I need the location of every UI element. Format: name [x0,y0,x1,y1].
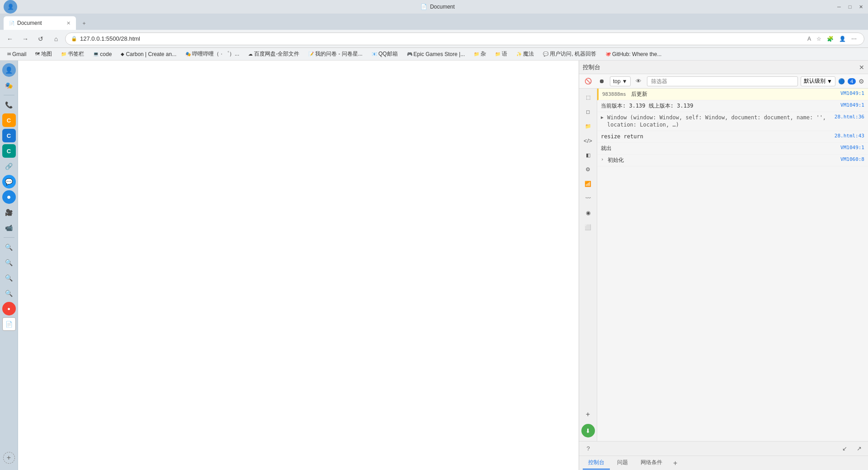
sidebar-avatar[interactable]: 👤 [2,63,16,77]
sidebar-ext-orange-c[interactable]: C [2,113,16,127]
browser-avatar[interactable]: 👤 [4,0,17,14]
bookmark-star-icon[interactable]: ☆ [815,35,823,43]
level-dropdown[interactable]: 默认级别 ▼ [801,76,835,86]
dt-sidebar-btn-7[interactable]: 📶 [581,177,595,191]
bookmark-magic[interactable]: ✨ 魔法 [513,49,538,59]
tab-close-button[interactable]: ✕ [66,20,71,26]
console-link-5[interactable]: VM1049:1 [840,145,864,150]
dt-tab-console[interactable]: 控制台 [583,457,610,470]
console-link-4[interactable]: 28.html:43 [835,133,864,139]
devtools-undock-button[interactable]: ↙ [839,443,850,454]
dt-sidebar-btn-1[interactable]: ⬚ [581,90,595,104]
dt-sidebar-add[interactable]: + [581,408,595,421]
bookmark-label: 百度网盘-全部文件 [254,50,299,58]
dt-sidebar-btn-5[interactable]: ◧ [581,148,595,162]
sidebar-ext-blue-c[interactable]: C [2,129,16,142]
sidebar-ext-search1[interactable]: 🔍 [2,240,16,254]
bookmark-yu[interactable]: 📁 语 [491,49,511,59]
console-link-3[interactable]: 28.html:36 [835,114,864,120]
sidebar-ext-chat[interactable]: 💬 [2,175,16,188]
sidebar-add-button[interactable]: + [3,452,15,464]
dt-sidebar-btn-4[interactable]: </> [581,134,595,147]
sidebar-ext-search2[interactable]: 🔍 [2,256,16,269]
bookmark-baidu[interactable]: ☁ 百度网盘-全部文件 [245,49,303,59]
bookmark-wenjuan[interactable]: 📝 我的问卷 - 问卷星... [305,49,366,59]
console-message-4: resize return [601,133,831,141]
bookmark-label: 我的问卷 - 问卷星... [315,50,363,58]
reload-button[interactable]: ↺ [34,33,47,45]
eye-icon-button[interactable]: 👁 [633,76,644,87]
bookmark-folder[interactable]: 📁 书签栏 [57,49,88,59]
bookmark-github[interactable]: 🐙 GitHub: Where the... [602,50,665,58]
sidebar-ext-teal-c[interactable]: C [2,144,16,158]
console-link-1[interactable]: VM1049:1 [840,90,864,96]
new-tab-button[interactable]: + [78,17,90,30]
devtools-title: 控制台 [583,63,600,71]
dt-sidebar-btn-8[interactable]: 〰 [581,192,595,205]
translate-icon[interactable]: A [806,35,813,43]
dt-sidebar-btn-6[interactable]: ⚙ [581,163,595,176]
maximize-button[interactable]: □ [846,3,854,10]
sidebar-ext-video2[interactable]: 📹 [2,221,16,235]
devtools-expand-button[interactable]: ↗ [854,443,864,454]
bookmark-maps[interactable]: 🗺 地图 [32,49,56,59]
sidebar-ext-phone[interactable]: 📞 [2,98,16,112]
bookmarks-bar: ✉ Gmail 🗺 地图 📁 书签栏 💻 code ◆ Carbon | Cre… [0,48,868,61]
clear-console-button[interactable]: 🚫 [583,76,594,87]
page-icon: 📄 [420,4,427,10]
devtools-help-button[interactable]: ? [583,443,594,454]
bookmark-carbon[interactable]: ◆ Carbon | Create an... [117,50,180,58]
bookmark-epic[interactable]: 🎮 Epic Games Store |... [403,50,469,58]
active-tab[interactable]: 📄 Document ✕ [4,16,76,30]
folder2-icon: 📁 [474,52,479,56]
devtools-panel: 控制台 ✕ 🚫 ⏺ top ▼ 👁 默认级别 ▼ 🔵 4 ⚙ [579,61,868,470]
profile-icon[interactable]: 👤 [837,35,848,43]
sidebar-ext-link[interactable]: 🔗 [2,160,16,173]
console-record-button[interactable]: ⏺ [596,76,607,87]
dt-sidebar-download[interactable]: ⬇ [581,424,595,437]
console-chevron-6[interactable]: › [601,156,604,162]
close-button[interactable]: ✕ [857,3,864,10]
devtools-close-button[interactable]: ✕ [859,64,864,71]
sidebar-ext-circle[interactable]: ● [2,190,16,204]
sidebar-ext-video1[interactable]: 🎥 [2,206,16,219]
forward-button[interactable]: → [19,33,32,45]
expand-arrow-3[interactable]: ▶ [601,114,604,120]
dt-tab-add-button[interactable]: + [670,459,681,467]
sidebar-ext-search4[interactable]: 🔍 [2,287,16,300]
bookmark-user[interactable]: 💬 用户访问, 机器回答 [539,49,600,59]
minimize-button[interactable]: ─ [835,3,843,10]
dt-tab-issues[interactable]: 问题 [612,457,633,470]
extension-icon[interactable]: 🧩 [825,35,835,43]
bookmark-qq[interactable]: 📧 QQ邮箱 [368,49,401,59]
sidebar-ext-search3[interactable]: 🔍 [2,271,16,285]
lock-icon: 🔒 [71,36,77,42]
devtools-settings-button[interactable]: ⚙ [859,78,864,85]
bookmark-gmail[interactable]: ✉ Gmail [4,50,30,58]
dt-sidebar-btn-2[interactable]: ◻ [581,105,595,118]
bookmark-za[interactable]: 📁 杂 [470,49,490,59]
bookmark-bilibili[interactable]: 🎭 哔哩哔哩（ · ゜）... [182,49,243,59]
context-selector[interactable]: top ▼ [610,76,631,86]
bookmark-code[interactable]: 💻 code [90,50,115,58]
filter-input[interactable] [647,76,798,86]
dt-sidebar-btn-9[interactable]: ◉ [581,206,595,220]
sidebar-ext-doc[interactable]: 📄 [2,317,16,331]
back-button[interactable]: ← [4,33,16,45]
dt-sidebar-btn-3[interactable]: 📁 [581,119,595,133]
tab-icon: 📄 [9,21,14,26]
home-button[interactable]: ⌂ [50,33,62,45]
console-row-1: 983888ms 后更新 VM1049:1 [597,89,868,100]
context-label: top [613,78,621,85]
sidebar-ext-bilibili[interactable]: 🎭 [2,79,16,92]
console-link-2[interactable]: VM1049:1 [840,102,864,108]
console-link-6[interactable]: VM1060:8 [840,156,864,162]
baidu-icon: ☁ [248,52,253,56]
console-row-2: 当前版本: 3.139 线上版本: 3.139 VM1049:1 [597,100,868,112]
dt-tab-network[interactable]: 网络条件 [635,457,668,470]
sidebar-ext-red-dot[interactable]: ● [2,302,16,315]
more-icon[interactable]: ⋯ [849,35,859,43]
address-bar[interactable]: 🔒 127.0.0.1:5500/28.html A ☆ 🧩 👤 ⋯ [65,33,864,45]
carbon-icon: ◆ [121,52,124,56]
dt-sidebar-btn-10[interactable]: ⬜ [581,221,595,234]
